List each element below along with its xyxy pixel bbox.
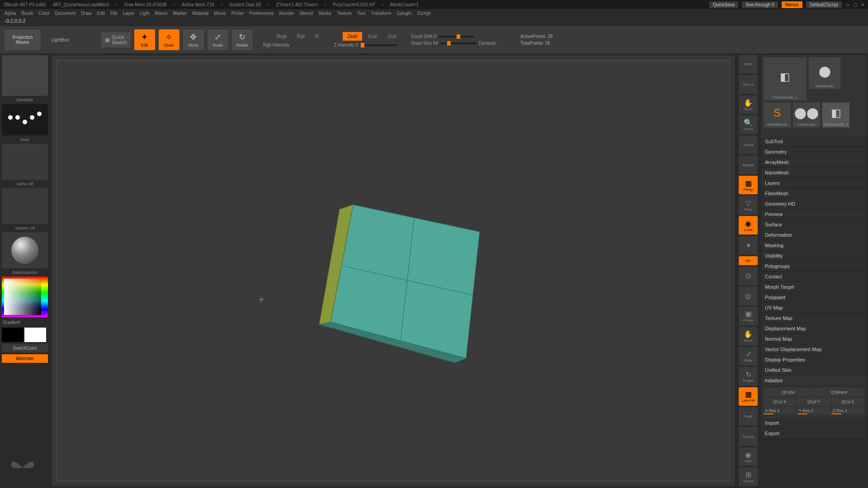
projection-master-button[interactable]: Projection Master — [5, 29, 41, 50]
yres-slider[interactable]: Y Res 2 — [797, 407, 830, 414]
section-geometryhd[interactable]: Geometry HD — [761, 199, 866, 209]
vmove-button[interactable]: ✋Move — [739, 327, 758, 345]
zadd-button[interactable]: Zadd — [343, 32, 362, 41]
rotate-button[interactable]: ↻Rotate — [232, 29, 253, 50]
xyz-button[interactable]: xyz — [739, 256, 758, 265]
menu-picker[interactable]: Picker — [231, 11, 244, 16]
section-arraymesh[interactable]: ArrayMesh — [761, 157, 866, 168]
menu-preferences[interactable]: Preferences — [250, 11, 274, 16]
menu-color[interactable]: Color — [39, 11, 50, 16]
section-initialize[interactable]: Initialize — [761, 375, 866, 386]
section-uvmap[interactable]: UV Map — [761, 303, 866, 313]
tool-current[interactable]: ◧PolyMesh3D_1 — [764, 57, 807, 100]
qcylz-button[interactable]: QCyl Z — [831, 398, 864, 406]
section-fibermesh[interactable]: FiberMesh — [761, 188, 866, 199]
window-min-icon[interactable]: ▭ — [845, 2, 849, 7]
focal-slider[interactable] — [439, 36, 475, 38]
section-contact[interactable]: Contact — [761, 272, 866, 282]
transp-button[interactable]: Transp — [739, 427, 758, 446]
switchcolor-button[interactable]: SwitchColor — [2, 344, 48, 352]
material-selector[interactable] — [2, 232, 48, 268]
menu-file[interactable]: File — [110, 11, 118, 16]
section-dispmap[interactable]: Displacement Map — [761, 324, 866, 334]
section-geometry[interactable]: Geometry — [761, 147, 866, 157]
window-max-icon[interactable]: ▢ — [853, 2, 857, 7]
quicksave-button[interactable]: QuickSave — [709, 1, 738, 8]
center-button[interactable]: ⊙ — [739, 267, 758, 285]
section-export[interactable]: Export — [761, 428, 866, 439]
z-intensity-slider[interactable] — [361, 44, 397, 46]
polyf-button[interactable]: PolyF — [739, 407, 758, 426]
zres-slider[interactable]: Z Res 2 — [831, 407, 864, 414]
viewport[interactable]: ✛ — [57, 60, 730, 481]
section-vdispmap[interactable]: Vector Displacement Map — [761, 344, 866, 355]
zsub-button[interactable]: Zsub — [363, 32, 382, 41]
section-nanomesh[interactable]: NanoMesh — [761, 168, 866, 178]
qcyly-button[interactable]: QCyl Y — [797, 398, 830, 406]
mesh-object[interactable] — [312, 187, 493, 376]
linefill-button[interactable]: ▦Line Fill — [739, 387, 758, 406]
actual-button[interactable]: Actual — [739, 136, 758, 154]
rgb-button[interactable]: Rgb — [292, 32, 309, 41]
qcube-button[interactable]: QCube — [764, 388, 813, 396]
section-morph[interactable]: Morph Target — [761, 282, 866, 292]
menu-movie[interactable]: Movie — [214, 11, 226, 16]
menu-marker[interactable]: Marker — [173, 11, 187, 16]
xpose-button[interactable]: ⊞Xpose — [739, 467, 758, 486]
alpha-selector[interactable] — [2, 144, 48, 180]
edit-button[interactable]: ✦Edit — [134, 29, 155, 50]
menu-zscript[interactable]: Zscript — [417, 11, 430, 16]
menu-draw[interactable]: Draw — [81, 11, 91, 16]
section-polygroups[interactable]: Polygroups — [761, 261, 866, 272]
drawsize-slider[interactable] — [440, 42, 476, 44]
section-texturemap[interactable]: Texture Map — [761, 313, 866, 324]
qsphere-button[interactable]: QSphere — [815, 388, 864, 396]
swatch-white[interactable] — [24, 328, 46, 342]
menu-texture[interactable]: Texture — [337, 11, 352, 16]
rot-button[interactable]: ✦ — [739, 236, 758, 254]
scale-button[interactable]: ⤢Scale — [208, 29, 228, 50]
spix-button[interactable]: SPix 3 — [739, 75, 758, 94]
menu-light[interactable]: Light — [140, 11, 150, 16]
section-displayprops[interactable]: Display Properties — [761, 355, 866, 365]
quicksketch-button[interactable]: ▦Quick Sketch — [101, 32, 131, 47]
menu-render[interactable]: Render — [279, 11, 294, 16]
section-surface[interactable]: Surface — [761, 220, 866, 230]
menu-layer[interactable]: Layer — [123, 11, 134, 16]
menu-zplugin[interactable]: Zplugin — [397, 11, 412, 16]
qcylx-button[interactable]: QCyl X — [764, 398, 796, 406]
m-button[interactable]: M — [311, 32, 323, 41]
section-polypaint[interactable]: Polypaint — [761, 292, 866, 303]
section-subtool[interactable]: SubTool — [761, 136, 866, 147]
menu-macro[interactable]: Macro — [155, 11, 168, 16]
section-masking[interactable]: Masking — [761, 240, 866, 251]
fit-button[interactable]: ◎ — [739, 286, 758, 305]
menus-button[interactable]: Menus — [782, 1, 802, 8]
move-button[interactable]: ✥Move — [183, 29, 204, 50]
canvas[interactable]: ✛ — [52, 56, 735, 486]
script-button[interactable]: DefaultZScript — [806, 1, 842, 8]
menu-stroke[interactable]: Stroke — [318, 11, 331, 16]
tool-brush[interactable]: SSimpleBrush — [764, 103, 791, 127]
menu-material[interactable]: Material — [193, 11, 209, 16]
xres-slider[interactable]: X Res 2 — [764, 407, 796, 414]
tool-cylinder[interactable]: ⬤Cylinder3D — [809, 57, 840, 89]
local-button[interactable]: ◉Local — [739, 216, 758, 235]
frame-button[interactable]: ▣Frame — [739, 307, 758, 325]
aahalf-button[interactable]: AAHalf — [739, 155, 758, 174]
mrgb-button[interactable]: Mrgb — [272, 32, 292, 41]
section-unifiedskin[interactable]: Unified Skin — [761, 365, 866, 375]
lightbox-button[interactable]: LightBox — [44, 29, 76, 50]
menu-stencil[interactable]: Stencil — [299, 11, 313, 16]
zcut-button[interactable]: Zcut — [383, 32, 401, 41]
floor-button[interactable]: ▽Floor — [739, 196, 758, 214]
brush-selector[interactable] — [2, 55, 48, 96]
menu-tool[interactable]: Tool — [357, 11, 365, 16]
zoom-button[interactable]: 🔍Zoom — [739, 115, 758, 134]
section-import[interactable]: Import — [761, 418, 866, 428]
vrotate-button[interactable]: ↻Rotate — [739, 367, 758, 385]
window-close-icon[interactable]: ✕ — [861, 2, 864, 7]
color-picker[interactable] — [2, 277, 48, 317]
tool-mesh[interactable]: ◧PolyMesh3D_1 — [822, 103, 849, 127]
section-deformation[interactable]: Deformation — [761, 230, 866, 240]
